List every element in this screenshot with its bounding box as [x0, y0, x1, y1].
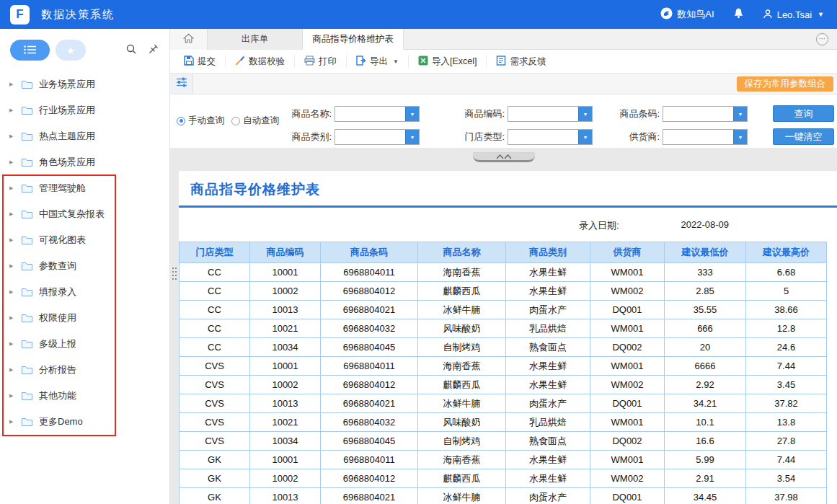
table-cell[interactable]: 冰鲜牛腩 [418, 488, 506, 504]
table-cell[interactable]: DQ002 [590, 338, 665, 357]
table-cell[interactable]: CVS [180, 376, 250, 394]
table-cell[interactable]: DQ001 [590, 394, 665, 413]
table-cell[interactable]: CC [180, 338, 250, 357]
table-cell[interactable]: 6968804021 [321, 488, 418, 504]
entry-date-value[interactable]: 2022-08-09 [681, 219, 730, 232]
table-cell[interactable]: 6968804021 [321, 394, 418, 413]
table-cell[interactable]: 自制烤鸡 [418, 338, 506, 357]
tab-outbound-order[interactable]: 出库单 [208, 29, 303, 50]
dropdown-arrow-icon[interactable]: ▼ [405, 107, 419, 121]
table-cell[interactable]: 水果生鲜 [506, 263, 590, 282]
param-dropdown-value[interactable] [335, 130, 405, 144]
expand-chevron-icon[interactable]: ▶ [9, 133, 15, 139]
table-cell[interactable]: 6.68 [746, 263, 827, 282]
table-cell[interactable]: 2.91 [665, 469, 746, 488]
import-excel-button[interactable]: 导入[Excel] [409, 55, 487, 68]
table-cell[interactable]: 10021 [250, 319, 321, 338]
table-cell[interactable]: 6968804045 [321, 338, 418, 357]
table-cell[interactable]: 35.55 [665, 301, 746, 319]
table-cell[interactable]: 6968804011 [321, 451, 418, 469]
expand-chevron-icon[interactable]: ▶ [9, 289, 15, 295]
table-cell[interactable]: WM002 [590, 376, 665, 394]
table-cell[interactable]: 风味酸奶 [418, 413, 506, 432]
param-dropdown-value[interactable] [663, 107, 733, 121]
expand-chevron-icon[interactable]: ▶ [9, 367, 15, 373]
submit-button[interactable]: 提交 [174, 55, 226, 68]
sidebar-item[interactable]: ▶更多Demo [0, 409, 169, 435]
sidebar-item[interactable]: ▶业务场景应用 [0, 71, 169, 97]
table-cell[interactable]: GK [180, 451, 250, 469]
param-dropdown[interactable]: ▼ [508, 106, 593, 122]
user-menu[interactable]: Leo.Tsai ▼ [763, 9, 824, 21]
table-cell[interactable]: 熟食面点 [506, 432, 590, 451]
dropdown-arrow-icon[interactable]: ▼ [405, 130, 419, 144]
table-cell[interactable]: CC [180, 263, 250, 282]
table-cell[interactable]: 麒麟西瓜 [418, 376, 506, 394]
table-cell[interactable]: 海南香蕉 [418, 451, 506, 469]
sidebar-item[interactable]: ▶参数查询 [0, 253, 169, 279]
table-cell[interactable]: 6968804012 [321, 469, 418, 488]
table-cell[interactable]: 3.54 [746, 469, 827, 488]
clear-all-button[interactable]: 一键清空 [773, 128, 834, 145]
query-button[interactable]: 查询 [773, 105, 834, 122]
table-cell[interactable]: 6968804021 [321, 301, 418, 319]
sidebar-item[interactable]: ▶分析报告 [0, 357, 169, 383]
table-cell[interactable]: 16.6 [665, 432, 746, 451]
table-cell[interactable]: 10002 [250, 469, 321, 488]
table-cell[interactable]: 5.99 [665, 451, 746, 469]
table-cell[interactable]: 3.45 [746, 376, 827, 394]
param-dropdown[interactable]: ▼ [335, 129, 420, 145]
table-cell[interactable]: 37.82 [746, 394, 827, 413]
table-cell[interactable]: 7.44 [746, 451, 827, 469]
expand-chevron-icon[interactable]: ▶ [9, 185, 15, 191]
table-cell[interactable]: 6968804032 [321, 413, 418, 432]
table-cell[interactable]: CVS [180, 432, 250, 451]
table-cell[interactable]: CC [180, 319, 250, 338]
expand-chevron-icon[interactable]: ▶ [9, 341, 15, 347]
table-cell[interactable]: 水果生鲜 [506, 469, 590, 488]
table-cell[interactable]: 6968804045 [321, 432, 418, 451]
table-cell[interactable]: 水果生鲜 [506, 451, 590, 469]
param-dropdown[interactable]: ▼ [663, 106, 748, 122]
param-dropdown-value[interactable] [663, 130, 733, 144]
table-cell[interactable]: WM001 [590, 319, 665, 338]
print-button[interactable]: 打印 [295, 55, 347, 68]
table-cell[interactable]: 10013 [250, 394, 321, 413]
table-cell[interactable]: WM002 [590, 469, 665, 488]
table-cell[interactable]: WM001 [590, 413, 665, 432]
table-cell[interactable]: DQ001 [590, 301, 665, 319]
table-cell[interactable]: GK [180, 488, 250, 504]
save-param-combo-button[interactable]: 保存为常用参数组合 [737, 76, 834, 92]
table-cell[interactable]: 6968804032 [321, 319, 418, 338]
table-cell[interactable]: 10001 [250, 451, 321, 469]
table-cell[interactable]: 37.98 [746, 488, 827, 504]
table-cell[interactable]: 麒麟西瓜 [418, 282, 506, 301]
sidebar-item[interactable]: ▶可视化图表 [0, 227, 169, 253]
table-cell[interactable]: 13.8 [746, 413, 827, 432]
expand-chevron-icon[interactable]: ▶ [9, 315, 15, 321]
search-icon[interactable] [125, 43, 137, 58]
table-cell[interactable]: 7.44 [746, 357, 827, 376]
sidebar-item[interactable]: ▶填报录入 [0, 279, 169, 305]
directory-toggle-button[interactable] [10, 40, 50, 61]
table-cell[interactable]: WM001 [590, 263, 665, 282]
sidebar-item[interactable]: ▶中国式复杂报表 [0, 201, 169, 227]
export-button[interactable]: 导出 ▼ [347, 55, 409, 68]
table-cell[interactable]: 6968804011 [321, 357, 418, 376]
sidebar-item[interactable]: ▶多级上报 [0, 331, 169, 357]
table-cell[interactable]: CC [180, 282, 250, 301]
sidebar-item[interactable]: ▶行业场景应用 [0, 97, 169, 123]
table-cell[interactable]: 10021 [250, 413, 321, 432]
tab-home[interactable] [170, 29, 208, 50]
table-cell[interactable]: 肉蛋水产 [506, 394, 590, 413]
dropdown-arrow-icon[interactable]: ▼ [578, 130, 592, 144]
table-cell[interactable]: CC [180, 301, 250, 319]
table-cell[interactable]: 6968804012 [321, 376, 418, 394]
table-cell[interactable]: 10.1 [665, 413, 746, 432]
sidebar-item[interactable]: ▶热点主题应用 [0, 123, 169, 149]
table-cell[interactable]: 10013 [250, 488, 321, 504]
table-cell[interactable]: 10013 [250, 301, 321, 319]
param-dropdown[interactable]: ▼ [335, 106, 420, 122]
table-cell[interactable]: 10034 [250, 432, 321, 451]
table-cell[interactable]: CVS [180, 357, 250, 376]
